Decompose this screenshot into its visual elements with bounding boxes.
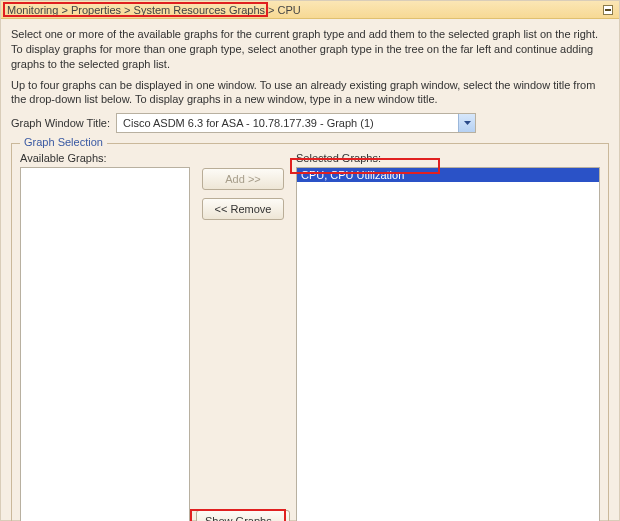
dropdown-button[interactable] [458, 114, 475, 132]
list-item[interactable]: CPU, CPU Utilization [297, 168, 599, 182]
minimize-icon [605, 9, 611, 11]
selected-label: Selected Graphs: [296, 152, 600, 164]
window-title-value: Cisco ASDM 6.3 for ASA - 10.78.177.39 - … [117, 117, 458, 129]
panel-body: Select one or more of the available grap… [1, 19, 619, 521]
window-title-label: Graph Window Title: [11, 117, 110, 129]
window-title-select[interactable]: Cisco ASDM 6.3 for ASA - 10.78.177.39 - … [116, 113, 476, 133]
available-column: Available Graphs: [20, 152, 190, 521]
instructions-text: Select one or more of the available grap… [11, 27, 609, 107]
selected-column: Selected Graphs: CPU, CPU Utilization [296, 152, 600, 521]
breadcrumb: Monitoring > Properties > System Resourc… [7, 1, 301, 19]
chevron-down-icon [464, 121, 471, 125]
columns: Available Graphs: Add >> << Remove Selec… [20, 152, 600, 521]
cpu-graph-panel: Monitoring > Properties > System Resourc… [0, 0, 620, 521]
available-listbox[interactable] [20, 167, 190, 521]
svg-marker-1 [464, 121, 471, 125]
add-button[interactable]: Add >> [202, 168, 284, 190]
instructions-line-2: Up to four graphs can be displayed in on… [11, 78, 609, 108]
svg-rect-0 [605, 9, 611, 11]
graph-selection-fieldset: Graph Selection Available Graphs: Add >>… [11, 143, 609, 521]
available-label: Available Graphs: [20, 152, 190, 164]
show-graphs-wrap: Show Graphs... [196, 510, 290, 521]
window-title-row: Graph Window Title: Cisco ASDM 6.3 for A… [11, 113, 609, 133]
selected-listbox[interactable]: CPU, CPU Utilization [296, 167, 600, 521]
show-graphs-button[interactable]: Show Graphs... [196, 510, 290, 521]
transfer-buttons-column: Add >> << Remove [198, 152, 288, 521]
instructions-line-1: Select one or more of the available grap… [11, 27, 609, 72]
fieldset-legend: Graph Selection [20, 136, 107, 148]
remove-button[interactable]: << Remove [202, 198, 284, 220]
panel-titlebar: Monitoring > Properties > System Resourc… [1, 1, 619, 19]
collapse-button[interactable] [603, 5, 613, 15]
